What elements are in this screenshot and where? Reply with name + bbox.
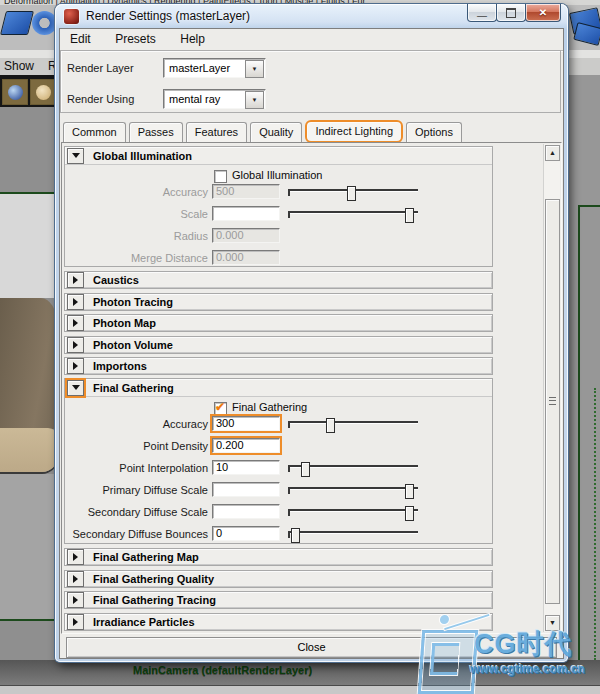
slider-handle[interactable] — [301, 462, 310, 477]
primary-diffuse-scale-slider[interactable] — [288, 484, 418, 497]
expand-arrow-button[interactable] — [67, 571, 84, 587]
menu-edit[interactable]: Edit — [60, 29, 101, 46]
expand-arrow-button[interactable] — [67, 294, 84, 310]
render-settings-window: Render Settings (masterLayer) — ✕ Edit P… — [55, 4, 568, 662]
secondary-diffuse-bounces-field[interactable]: 0 — [212, 526, 280, 541]
watermark-url: www.cgtime.com.cn — [470, 662, 585, 676]
fg-accuracy-label: Accuracy — [65, 418, 208, 430]
dropdown-arrow-icon[interactable]: ▼ — [245, 91, 264, 109]
watermark: CG时代 www.cgtime.com.cn — [418, 616, 600, 694]
menu-help[interactable]: Help — [170, 29, 215, 46]
section-header[interactable]: Global Illumination — [65, 147, 492, 165]
section-photon-map[interactable]: Photon Map — [64, 314, 493, 332]
primary-diffuse-scale-field[interactable] — [212, 482, 280, 497]
render-view-background — [0, 194, 60, 298]
scale-slider[interactable] — [288, 208, 418, 221]
minimize-button[interactable]: — — [467, 4, 497, 22]
expand-arrow-button[interactable] — [67, 592, 84, 608]
tab-options[interactable]: Options — [406, 122, 462, 142]
rendered-object-body — [0, 298, 57, 429]
scroll-up-button[interactable]: ▲ — [545, 145, 560, 161]
secondary-diffuse-scale-slider[interactable] — [288, 506, 418, 519]
radius-field[interactable]: 0.000 — [212, 228, 280, 243]
rendered-object-base — [0, 428, 58, 472]
section-final-gathering: Final Gathering Final Gathering Accuracy… — [64, 378, 493, 544]
slider-handle[interactable] — [405, 208, 414, 223]
collapse-arrow-button-highlighted[interactable] — [67, 380, 84, 396]
section-photon-tracing[interactable]: Photon Tracing — [64, 293, 493, 311]
watermark-logo-dot — [440, 615, 450, 624]
material-sphere-icon[interactable] — [2, 79, 28, 105]
point-density-field[interactable]: 0.200 — [212, 438, 280, 453]
fg-accuracy-slider[interactable] — [288, 418, 418, 431]
section-importons[interactable]: Importons — [64, 357, 493, 375]
final-gathering-checkbox[interactable] — [214, 402, 227, 415]
point-density-label: Point Density — [65, 440, 208, 452]
accuracy-slider[interactable] — [288, 186, 418, 199]
slider-handle[interactable] — [326, 418, 335, 433]
slider-handle[interactable] — [291, 528, 300, 543]
fg-accuracy-field[interactable]: 300 — [212, 416, 280, 431]
render-layer-label: Render Layer — [67, 62, 134, 74]
triangle-right-icon — [73, 341, 78, 349]
section-final-gathering-tracing[interactable]: Final Gathering Tracing — [64, 591, 493, 609]
tab-passes[interactable]: Passes — [129, 122, 183, 142]
slider-handle[interactable] — [347, 186, 356, 201]
render-using-dropdown[interactable]: mental ray ▼ — [163, 89, 266, 109]
tab-content-area: Global Illumination Global Illumination … — [61, 142, 562, 634]
expand-arrow-button[interactable] — [67, 614, 84, 630]
secondary-diffuse-scale-field[interactable] — [212, 504, 280, 519]
expand-arrow-button[interactable] — [67, 358, 84, 374]
menu-presets[interactable]: Presets — [105, 29, 166, 46]
maya-app-icon — [64, 9, 79, 24]
tab-indirect-lighting[interactable]: Indirect Lighting — [305, 120, 403, 143]
slider-handle[interactable] — [405, 506, 414, 521]
secondary-diffuse-bounces-slider[interactable] — [288, 528, 418, 541]
primary-diffuse-scale-label: Primary Diffuse Scale — [65, 484, 208, 496]
expand-arrow-button[interactable] — [67, 315, 84, 331]
scale-label: Scale — [65, 208, 208, 220]
secondary-diffuse-bounces-label: Secondary Diffuse Bounces — [65, 528, 208, 540]
point-interpolation-field[interactable]: 10 — [212, 460, 280, 475]
section-header[interactable]: Final Gathering — [65, 379, 492, 397]
triangle-right-icon — [73, 553, 78, 561]
title-bar[interactable]: Render Settings (masterLayer) — ✕ — [55, 4, 568, 28]
render-noise-area — [0, 474, 60, 619]
expand-arrow-button[interactable] — [67, 272, 84, 288]
tab-common[interactable]: Common — [63, 122, 126, 142]
close-window-button[interactable]: ✕ — [525, 4, 561, 22]
point-interpolation-slider[interactable] — [288, 462, 418, 475]
slider-handle[interactable] — [405, 484, 414, 499]
triangle-right-icon — [73, 575, 78, 583]
section-caustics[interactable]: Caustics — [64, 271, 493, 289]
shelf-torus-icon[interactable] — [32, 11, 57, 35]
maximize-button[interactable] — [496, 4, 526, 22]
material-circle-icon[interactable] — [30, 79, 56, 105]
collapse-arrow-button[interactable] — [67, 148, 84, 164]
show-menu-label[interactable]: Show — [4, 59, 34, 73]
window-title: Render Settings (masterLayer) — [86, 9, 250, 23]
render-layer-dropdown[interactable]: masterLayer ▼ — [163, 58, 266, 78]
section-final-gathering-quality[interactable]: Final Gathering Quality — [64, 570, 493, 588]
panel-menubar-right — [568, 58, 600, 75]
content-scrollbar[interactable]: ▲ ▼ — [543, 144, 560, 632]
scrollbar-thumb[interactable] — [545, 199, 560, 604]
watermark-logo-bracket — [430, 643, 459, 675]
expand-arrow-button[interactable] — [67, 549, 84, 565]
section-photon-volume[interactable]: Photon Volume — [64, 336, 493, 354]
point-interpolation-label: Point Interpolation — [65, 462, 208, 474]
global-illumination-checkbox[interactable] — [214, 170, 227, 183]
accuracy-field[interactable]: 500 — [212, 184, 280, 199]
tab-features[interactable]: Features — [186, 122, 247, 142]
shelf-plane-icon[interactable] — [0, 11, 34, 35]
caption-buttons: — ✕ — [468, 4, 561, 22]
expand-arrow-button[interactable] — [67, 337, 84, 353]
camera-label: MainCamera (defaultRenderLayer) — [133, 664, 312, 676]
merge-distance-field[interactable]: 0.000 — [212, 250, 280, 265]
settings-tab-bar: Common Passes Features Quality Indirect … — [63, 117, 465, 142]
scale-field[interactable] — [212, 206, 280, 221]
tab-quality[interactable]: Quality — [250, 122, 302, 142]
dropdown-arrow-icon[interactable]: ▼ — [245, 60, 264, 78]
render-using-value: mental ray — [169, 93, 220, 105]
section-final-gathering-map[interactable]: Final Gathering Map — [64, 548, 493, 566]
